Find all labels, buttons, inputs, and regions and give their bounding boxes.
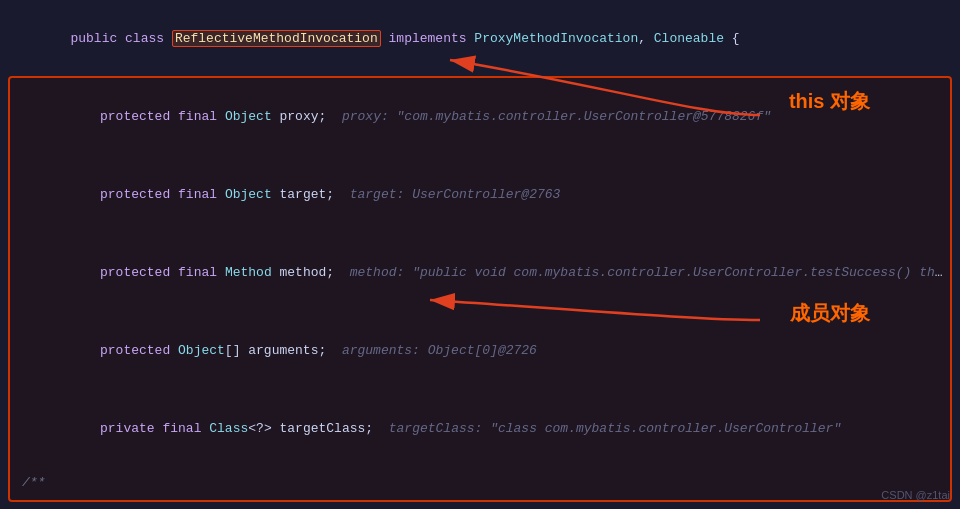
code-line-targetclass: private final Class<?> targetClass; targ…: [10, 394, 950, 464]
line-content-proxy: protected final Object proxy; proxy: "co…: [10, 84, 950, 150]
line-content-arguments: protected Object[] arguments; arguments:…: [10, 318, 950, 384]
watermark: CSDN @z1tai: [881, 489, 950, 501]
code-area: public class ReflectiveMethodInvocation …: [0, 0, 960, 509]
code-line-arguments: protected Object[] arguments; arguments:…: [10, 316, 950, 386]
code-line-1: public class ReflectiveMethodInvocation …: [0, 4, 960, 74]
code-line-target: protected final Object target; target: U…: [10, 160, 950, 230]
line-content-targetclass: private final Class<?> targetClass; targ…: [10, 396, 950, 462]
code-line-proxy: protected final Object proxy; proxy: "co…: [10, 82, 950, 152]
line-content-comment1: /**: [10, 472, 950, 494]
line-content-method: protected final Method method; method: "…: [10, 240, 950, 306]
code-line-method: protected final Method method; method: "…: [10, 238, 950, 308]
line-content-target: protected final Object target; target: U…: [10, 162, 950, 228]
line-content-1: public class ReflectiveMethodInvocation …: [8, 6, 960, 72]
code-line-comment1: /**: [10, 470, 950, 496]
code-line-lazily: * Lazily initialized map of user-specifi…: [0, 504, 960, 509]
